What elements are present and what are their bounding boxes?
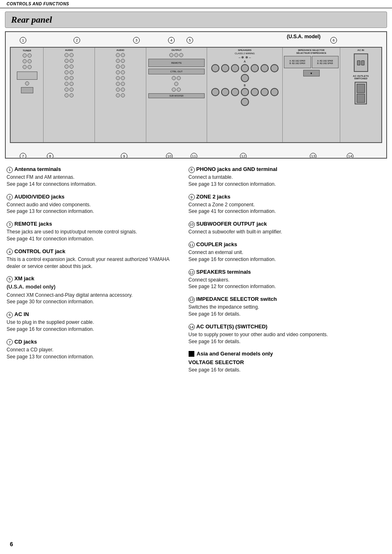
item-14-num: 14: [189, 324, 195, 330]
item-6-num: 6: [7, 312, 13, 318]
item-9-num: 9: [189, 194, 195, 200]
item-8: 8 PHONO jacks and GND terminal Connect a…: [189, 166, 385, 188]
item-4-title: CONTROL OUT jack: [14, 248, 65, 254]
item-1: 1 Antenna terminals Connect FM and AM an…: [7, 166, 180, 188]
item-9-title: ZONE 2 jacks: [196, 194, 231, 200]
item-12-num: 12: [189, 269, 195, 275]
voltage-title: VOLTAGE SELECTOR: [189, 359, 385, 365]
item-2: 2 AUDIO/VIDEO jacks Connect audio and vi…: [7, 194, 180, 215]
item-10-body: Connect a subwoofer with built-in amplif…: [189, 229, 385, 235]
item-4-body: This is a control expansion jack. Consul…: [7, 256, 180, 270]
num-circle-14: 14: [347, 153, 353, 159]
item-12: 12 SPEAKERS terminals Connect speakers. …: [189, 269, 385, 291]
num-circle-9: 9: [121, 153, 127, 159]
impedance-label: IMPEDANCE SELECTORSÉLECTEUR D'IMPÉDANCE: [284, 49, 339, 54]
item-12-title: SPEAKERS terminals: [196, 269, 251, 275]
item-10: 10 SUBWOOFER OUTPUT jack Connect a subwo…: [189, 221, 385, 235]
num-circle-2: 2: [74, 37, 80, 44]
top-label: CONTROLS AND FUNCTIONS: [0, 0, 392, 8]
num-circle-6: 6: [330, 37, 337, 44]
item-3-body: These jacks are used to input/output rem…: [7, 229, 180, 242]
item-14: 14 AC OUTLET(S) (SWITCHED) Use to supply…: [189, 323, 385, 345]
num-circle-7: 7: [20, 153, 26, 159]
num-circle-11: 11: [191, 153, 197, 159]
ac-outlets-label: AC OUTLETSSWITCHED: [341, 75, 380, 80]
item-5-num: 5: [7, 276, 13, 282]
num-circle-13: 13: [310, 153, 316, 159]
item-6: 6 AC IN Use to plug in the supplied powe…: [7, 311, 180, 333]
num-circle-12: 12: [240, 153, 247, 159]
usa-model-label: (U.S.A. model): [287, 34, 321, 39]
asia-section-title: Asia and General models only: [197, 351, 273, 357]
item-7-body: Connect a CD player. See page 13 for con…: [7, 346, 180, 360]
item-5: 5 XM jack (U.S.A. model only) Connect XM…: [7, 275, 180, 305]
item-9-body: Connect a Zone 2 component. See page 41 …: [189, 201, 385, 215]
panel-impedance: IMPEDANCE SELECTORSÉLECTEUR D'IMPÉDANCE …: [283, 48, 340, 142]
num-circle-1: 1: [20, 37, 26, 44]
item-11: 11 COUPLER jacks Connect an external uni…: [189, 241, 385, 263]
item-12-body: Connect speakers. See page 12 for connec…: [189, 277, 385, 291]
section-title-bar: Rear panel: [5, 12, 387, 28]
item-9: 9 ZONE 2 jacks Connect a Zone 2 componen…: [189, 194, 385, 215]
content-area: 1 Antenna terminals Connect FM and AM an…: [0, 162, 392, 383]
left-column: 1 Antenna terminals Connect FM and AM an…: [7, 166, 189, 379]
num-circle-4: 4: [168, 37, 175, 44]
panel-acin: AC IN AC OUTLETSSWITCHED: [340, 48, 381, 142]
item-10-num: 10: [189, 222, 195, 228]
item-1-body: Connect FM and AM antennas. See page 14 …: [7, 174, 180, 188]
audio2-label: AUDIO: [96, 49, 145, 51]
num-circle-3: 3: [133, 37, 140, 44]
item-6-title: AC IN: [14, 311, 29, 317]
panel-audio: AUDIO: [44, 48, 95, 142]
tuner-label: TUNER: [23, 49, 31, 52]
asia-section-divider: Asia and General models only: [189, 351, 385, 357]
panel-speakers: SPEAKERS CLASS 2 WIRING – ⊕ ⊕ – A B: [207, 48, 283, 142]
item-3-num: 3: [7, 222, 13, 228]
item-6-body: Use to plug in the supplied power cable.…: [7, 319, 180, 333]
item-7-num: 7: [7, 339, 13, 345]
item-11-body: Connect an external unit. See page 16 fo…: [189, 249, 385, 263]
voltage-selector-item: VOLTAGE SELECTOR See page 16 for details…: [189, 359, 385, 374]
item-14-body: Use to supply power to your other audio …: [189, 331, 385, 345]
item-3: 3 REMOTE jacks These jacks are used to i…: [7, 221, 180, 242]
item-1-title: Antenna terminals: [14, 166, 61, 172]
rear-panel-diagram: TUNER AUDIO: [10, 47, 382, 143]
page-number: 6: [10, 541, 13, 547]
section-title: Rear panel: [11, 14, 52, 25]
item-2-body: Connect audio and video components. See …: [7, 201, 180, 215]
panel-audio2: AUDIO: [95, 48, 146, 142]
num-circle-8: 8: [47, 153, 53, 159]
voltage-body: See page 16 for details.: [189, 367, 385, 374]
item-5-body: (U.S.A. model only) Connect XM Connect-a…: [7, 283, 180, 305]
black-square-icon: [189, 351, 194, 357]
item-11-num: 11: [189, 242, 195, 248]
item-13-num: 13: [189, 297, 195, 303]
item-13: 13 IMPEDANCE SELECTOR switch Switches th…: [189, 296, 385, 318]
item-10-title: SUBWOOFER OUTPUT jack: [196, 221, 267, 227]
item-2-num: 2: [7, 194, 13, 200]
panel-tuner: TUNER: [11, 48, 44, 142]
item-2-title: AUDIO/VIDEO jacks: [14, 194, 65, 200]
item-13-body: Switches the impedance setting. See page…: [189, 304, 385, 318]
diagram-area: 1 2 3 4 5 6 (U.S.A. model) TUNER: [5, 31, 387, 159]
num-circle-10: 10: [166, 153, 173, 159]
item-4-num: 4: [7, 249, 13, 255]
item-1-num: 1: [7, 167, 13, 173]
item-14-title: AC OUTLET(S) (SWITCHED): [196, 323, 267, 330]
item-3-title: REMOTE jacks: [14, 221, 52, 227]
right-column: 8 PHONO jacks and GND terminal Connect a…: [189, 166, 385, 379]
output-label: OUTPUT: [148, 49, 205, 51]
speakers-label: SPEAKERS: [208, 49, 281, 51]
audio-label: AUDIO: [45, 49, 93, 51]
item-7-title: CD jacks: [14, 339, 37, 345]
item-13-title: IMPEDANCE SELECTOR switch: [196, 296, 277, 302]
item-11-title: COUPLER jacks: [196, 241, 238, 247]
item-8-num: 8: [189, 167, 195, 173]
item-7: 7 CD jacks Connect a CD player. See page…: [7, 339, 180, 360]
item-4: 4 CONTROL OUT jack This is a control exp…: [7, 248, 180, 270]
panel-output: OUTPUT REMOTE CTRL OUT SUB-WOOFER: [146, 48, 207, 142]
item-8-title: PHONO jacks and GND terminal: [196, 166, 277, 172]
acin-label: AC IN: [341, 49, 380, 51]
num-circle-5: 5: [187, 37, 193, 44]
item-8-body: Connect a turntable. See page 13 for con…: [189, 174, 385, 188]
